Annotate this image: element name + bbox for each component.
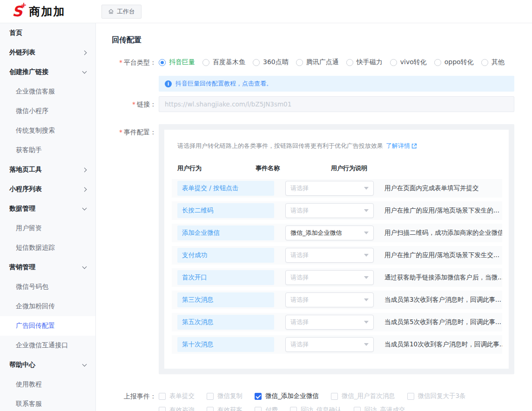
- platform-radio-option[interactable]: oppo转化: [434, 58, 474, 66]
- sidebar-item[interactable]: 广告回传配置: [0, 316, 95, 336]
- radio-label: 腾讯广点通: [306, 58, 339, 66]
- link-label: *链接：: [112, 96, 156, 112]
- platform-type-row: *平台类型： 抖音巨量百度基木鱼360点睛腾讯广点通快手磁力vivo转化oppo…: [112, 54, 532, 70]
- radio-label: 360点睛: [263, 58, 289, 66]
- radio-label: 快手磁力: [357, 58, 383, 66]
- sidebar-item[interactable]: 获客助手: [0, 140, 95, 160]
- chevron-down-icon: [364, 276, 369, 279]
- radio-label: vivo转化: [400, 58, 427, 66]
- chevron-right-icon: [82, 187, 87, 192]
- sidebar-item[interactable]: 联系客服: [0, 394, 95, 411]
- logo-text: 商加加: [29, 4, 65, 19]
- column-behavior: 用户行为: [177, 164, 256, 172]
- sidebar-item[interactable]: 创建推广链接: [0, 62, 95, 82]
- event-name-select[interactable]: 请选择: [285, 292, 374, 307]
- event-name-select[interactable]: 请选择: [285, 337, 374, 352]
- sidebar-item[interactable]: 外链列表: [0, 43, 95, 62]
- event-name-select[interactable]: 请选择: [285, 181, 374, 196]
- report-event-checkbox[interactable]: 微信回复大于3条: [407, 392, 466, 400]
- platform-radio-option[interactable]: vivo转化: [390, 58, 427, 66]
- checkbox-unchecked: [159, 393, 166, 400]
- home-icon: [108, 8, 114, 14]
- sidebar-item-label: 创建推广链接: [9, 68, 48, 76]
- platform-radio-option[interactable]: 其他: [481, 58, 505, 66]
- radio-label: 抖音巨量: [169, 58, 195, 66]
- sidebar-item-label: 使用教程: [16, 380, 42, 389]
- behavior-chip: 添加企业微信: [177, 225, 274, 240]
- workspace-tab[interactable]: 工作台: [101, 5, 141, 19]
- tutorial-notice: 抖音巨量回传配置教程，点击查看。: [159, 76, 514, 92]
- sidebar-item[interactable]: 落地页工具: [0, 160, 95, 179]
- sidebar: 首页外链列表创建推广链接企业微信客服微信小程序传统复制搜索获客助手落地页工具小程…: [0, 23, 96, 411]
- required-mark: *: [132, 100, 135, 108]
- report-event-checkbox[interactable]: 表单提交: [159, 392, 195, 400]
- sidebar-item-label: 联系客服: [16, 400, 42, 408]
- behavior-description: 用户在推广的应用/落地页场景下发生的...: [384, 206, 499, 215]
- app-logo[interactable]: S+ 商加加: [0, 4, 96, 19]
- report-event-checkbox[interactable]: 付费: [255, 406, 278, 411]
- event-intro: 请选择用户转化链路上的各类事件，按链路回传将更有利于优化广告投放效果 了解详情: [177, 142, 498, 150]
- checkbox-label: 表单提交: [169, 392, 195, 400]
- checkbox-label: 微信回复大于3条: [418, 392, 466, 400]
- select-value: 请选择: [290, 340, 309, 349]
- behavior-chip: 第十次消息: [177, 337, 274, 352]
- sidebar-item-label: 首页: [9, 29, 22, 37]
- sidebar-item[interactable]: 微信小程序: [0, 101, 95, 121]
- chevron-down-icon: [82, 265, 87, 269]
- sidebar-item[interactable]: 微信号码包: [0, 277, 95, 297]
- sidebar-item-label: 短信数据追踪: [16, 244, 55, 252]
- radio-label: 其他: [492, 58, 505, 66]
- sidebar-item[interactable]: 首页: [0, 23, 95, 43]
- chevron-down-icon: [364, 187, 369, 190]
- sidebar-item-label: 企业微信客服: [16, 87, 55, 96]
- select-value: 请选择: [290, 251, 309, 259]
- checkbox-row: 有效咨询有效获客付费回访_信息确认回访_高潜成交: [159, 405, 514, 411]
- event-name-select[interactable]: 微信_添加企业微信: [285, 225, 374, 240]
- sidebar-item[interactable]: 小程序列表: [0, 179, 95, 199]
- behavior-chip: 第五次消息: [177, 315, 274, 330]
- tutorial-link[interactable]: 抖音巨量回传配置教程，点击查看。: [175, 80, 272, 88]
- platform-radio-option[interactable]: 百度基木鱼: [202, 58, 245, 66]
- platform-radio-option[interactable]: 快手磁力: [346, 58, 383, 66]
- sidebar-item[interactable]: 帮助中心: [0, 355, 95, 375]
- sidebar-item[interactable]: 短信数据追踪: [0, 238, 95, 258]
- platform-radio-option[interactable]: 抖音巨量: [159, 58, 195, 66]
- report-event-checkbox[interactable]: 微信复制: [207, 392, 242, 400]
- event-name-select[interactable]: 请选择: [285, 248, 374, 263]
- learn-more-link[interactable]: 了解详情: [386, 142, 417, 150]
- sidebar-item-label: 企微加粉回传: [16, 302, 55, 311]
- event-name-select[interactable]: 请选择: [285, 315, 374, 330]
- checkbox-unchecked: [255, 407, 262, 411]
- sidebar-item-label: 获客助手: [16, 146, 42, 154]
- checkbox-unchecked: [207, 393, 214, 400]
- event-name-select[interactable]: 请选择: [285, 203, 374, 218]
- behavior-description: 用户在推广的应用/落地页场景下发生交...: [384, 251, 499, 259]
- report-event-checkbox[interactable]: 回访_高潜成交: [354, 406, 405, 411]
- event-name-select[interactable]: 请选择: [285, 270, 374, 285]
- sidebar-item-label: 微信号码包: [16, 283, 48, 291]
- report-event-checkbox[interactable]: 微信_用户首次消息: [331, 392, 395, 400]
- sidebar-item[interactable]: 使用教程: [0, 375, 95, 394]
- link-input[interactable]: [159, 96, 514, 112]
- checkbox-unchecked: [331, 393, 338, 400]
- platform-radio-option[interactable]: 360点睛: [253, 58, 289, 66]
- report-event-checkbox[interactable]: 微信_添加企业微信: [255, 392, 319, 400]
- sidebar-item-label: 营销管理: [9, 263, 35, 272]
- checkbox-label: 回访_高潜成交: [364, 406, 405, 411]
- checkbox-unchecked: [354, 407, 361, 411]
- report-event-checkbox[interactable]: 有效获客: [207, 406, 242, 411]
- sidebar-item[interactable]: 企业微信互通接口: [0, 336, 95, 355]
- sidebar-item[interactable]: 企业微信客服: [0, 82, 95, 101]
- report-event-checkbox[interactable]: 有效咨询: [159, 406, 195, 411]
- behavior-chip: 支付成功: [177, 248, 274, 263]
- sidebar-item-label: 小程序列表: [9, 185, 42, 193]
- sidebar-item[interactable]: 传统复制搜索: [0, 121, 95, 140]
- chevron-down-icon: [82, 362, 87, 367]
- report-event-checkbox[interactable]: 回访_信息确认: [290, 406, 342, 411]
- sidebar-item[interactable]: 用户留资: [0, 219, 95, 238]
- sidebar-item[interactable]: 企微加粉回传: [0, 297, 95, 316]
- sidebar-item[interactable]: 数据管理: [0, 199, 95, 219]
- sidebar-item[interactable]: 营销管理: [0, 258, 95, 277]
- select-value: 请选择: [290, 318, 309, 326]
- platform-radio-option[interactable]: 腾讯广点通: [296, 58, 339, 66]
